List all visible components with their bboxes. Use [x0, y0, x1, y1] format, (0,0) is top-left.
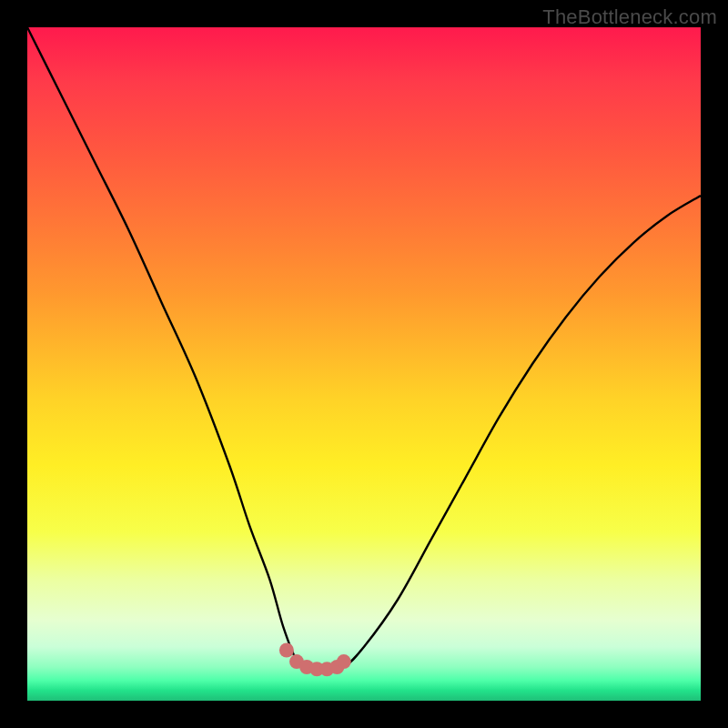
- bottleneck-curve: [27, 27, 701, 672]
- bottom-dot: [279, 643, 294, 658]
- watermark-text: TheBottleneck.com: [542, 5, 717, 29]
- bottom-dots-group: [279, 643, 351, 677]
- bottom-dot: [337, 654, 351, 669]
- plot-area: [27, 27, 701, 701]
- chart-frame: TheBottleneck.com: [0, 0, 728, 728]
- chart-svg: [27, 27, 701, 701]
